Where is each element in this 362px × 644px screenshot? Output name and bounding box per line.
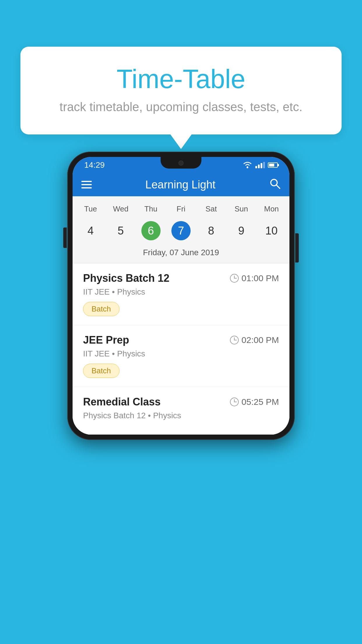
search-icon xyxy=(269,178,281,189)
schedule-title-3: Remedial Class xyxy=(83,396,161,408)
signal-icon xyxy=(255,162,265,168)
day-header-sun: Sun xyxy=(226,202,256,216)
schedule-time-2: 02:00 PM xyxy=(230,335,279,345)
clock-icon-2 xyxy=(230,336,239,344)
schedule-title-2: JEE Prep xyxy=(83,334,129,346)
selected-date-label: Friday, 07 June 2019 xyxy=(73,243,289,263)
schedule-meta-3: Physics Batch 12 • Physics xyxy=(83,411,279,420)
schedule-item-3[interactable]: Remedial Class 05:25 PM Physics Batch 12… xyxy=(73,387,289,435)
clock-icon-3 xyxy=(230,398,239,406)
day-numbers: 4 5 6 7 8 9 10 xyxy=(73,218,289,243)
day-header-tue: Tue xyxy=(75,202,106,216)
day-7[interactable]: 7 xyxy=(166,218,196,243)
day-8[interactable]: 8 xyxy=(196,218,226,243)
day-header-mon: Mon xyxy=(256,202,287,216)
svg-line-2 xyxy=(276,185,280,188)
schedule-item-2[interactable]: JEE Prep 02:00 PM IIT JEE • Physics Batc… xyxy=(73,325,289,387)
schedule-item-3-header: Remedial Class 05:25 PM xyxy=(83,396,279,408)
schedule-time-value-3: 05:25 PM xyxy=(242,397,279,407)
speech-bubble-container: Time-Table track timetable, upcoming cla… xyxy=(20,47,342,134)
day-9[interactable]: 9 xyxy=(226,218,256,243)
day-header-thu: Thu xyxy=(136,202,166,216)
clock-icon-1 xyxy=(230,274,239,283)
schedule-time-value-2: 02:00 PM xyxy=(242,335,279,345)
speech-bubble: Time-Table track timetable, upcoming cla… xyxy=(20,47,342,134)
schedule-meta-1: IIT JEE • Physics xyxy=(83,287,279,297)
app-title: Learning Light xyxy=(145,178,216,191)
schedule-list: Physics Batch 12 01:00 PM IIT JEE • Phys… xyxy=(73,263,289,435)
hamburger-line-2 xyxy=(81,184,92,185)
app-bar: Learning Light xyxy=(73,173,289,196)
day-header-wed: Wed xyxy=(106,202,136,216)
front-camera xyxy=(178,160,184,166)
schedule-item-2-header: JEE Prep 02:00 PM xyxy=(83,334,279,346)
bubble-subtitle: track timetable, upcoming classes, tests… xyxy=(38,100,324,114)
day-headers: Tue Wed Thu Fri Sat Sun Mon xyxy=(73,202,289,216)
phone-screen: 14:29 xyxy=(73,157,289,435)
batch-badge-2: Batch xyxy=(83,364,120,378)
schedule-title-1: Physics Batch 12 xyxy=(83,272,169,284)
phone-outer: 14:29 xyxy=(67,152,295,440)
schedule-time-1: 01:00 PM xyxy=(230,273,279,283)
schedule-item-1-header: Physics Batch 12 01:00 PM xyxy=(83,272,279,284)
schedule-meta-2: IIT JEE • Physics xyxy=(83,349,279,358)
hamburger-line-1 xyxy=(81,181,92,182)
day-circle-today: 6 xyxy=(141,221,161,240)
hamburger-line-3 xyxy=(81,187,92,188)
phone-wrapper: 14:29 xyxy=(67,152,295,440)
schedule-item-1[interactable]: Physics Batch 12 01:00 PM IIT JEE • Phys… xyxy=(73,263,289,325)
status-icons xyxy=(242,161,278,169)
day-header-sat: Sat xyxy=(196,202,226,216)
svg-point-0 xyxy=(247,167,248,168)
day-10[interactable]: 10 xyxy=(256,218,287,243)
day-header-fri: Fri xyxy=(166,202,196,216)
phone-notch xyxy=(161,157,201,169)
calendar-strip: Tue Wed Thu Fri Sat Sun Mon 4 5 6 7 xyxy=(73,196,289,263)
day-5[interactable]: 5 xyxy=(106,218,136,243)
wifi-icon xyxy=(242,161,252,169)
battery-icon xyxy=(268,162,278,168)
day-4[interactable]: 4 xyxy=(75,218,106,243)
bubble-title: Time-Table xyxy=(38,64,324,94)
battery-fill xyxy=(269,164,274,167)
schedule-time-3: 05:25 PM xyxy=(230,397,279,407)
hamburger-button[interactable] xyxy=(81,181,92,188)
schedule-time-value-1: 01:00 PM xyxy=(242,273,279,283)
status-time: 14:29 xyxy=(84,160,105,170)
search-button[interactable] xyxy=(269,178,281,192)
batch-badge-1: Batch xyxy=(83,302,120,316)
day-6[interactable]: 6 xyxy=(136,218,166,243)
day-circle-selected: 7 xyxy=(171,221,191,240)
